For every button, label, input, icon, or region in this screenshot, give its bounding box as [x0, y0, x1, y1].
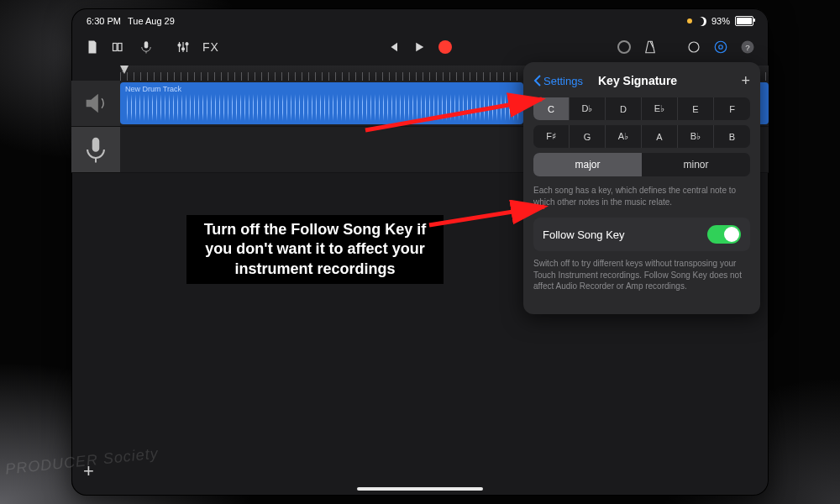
loop-browser-icon[interactable]	[686, 39, 701, 55]
svg-rect-0	[113, 44, 118, 51]
key-e[interactable]: E	[678, 97, 714, 120]
track-header-speaker[interactable]	[71, 81, 120, 127]
follow-help-text: Switch off to try different keys without…	[533, 258, 750, 292]
key-selector-row1: C D♭ D E♭ E F	[533, 97, 750, 120]
svg-point-7	[178, 44, 181, 46]
play-icon[interactable]	[412, 39, 427, 55]
key-a-flat[interactable]: A♭	[606, 125, 642, 148]
annotation-arrow-bottom	[427, 200, 553, 234]
record-button[interactable]	[438, 40, 452, 54]
track-controls-icon[interactable]	[176, 39, 191, 55]
annotation-caption: Turn off the Follow Song Key if you don'…	[186, 215, 444, 284]
key-e-flat[interactable]: E♭	[642, 97, 678, 120]
app-toolbar: FX ?	[71, 30, 769, 66]
status-time: 6:30 PM	[87, 16, 121, 26]
fx-button[interactable]: FX	[202, 40, 219, 54]
svg-point-13	[715, 41, 727, 53]
svg-point-12	[719, 45, 723, 50]
key-a[interactable]: A	[642, 125, 678, 148]
back-button[interactable]: Settings	[533, 75, 583, 87]
status-bar: 6:30 PM Tue Aug 29 93%	[71, 8, 769, 30]
mode-selector: major minor	[533, 153, 750, 176]
key-selector-row2: F♯ G A♭ A B♭ B	[533, 125, 750, 148]
metronome-icon[interactable]	[643, 39, 658, 55]
back-label: Settings	[543, 75, 583, 87]
svg-point-8	[182, 48, 185, 50]
bar-number: 1	[122, 66, 125, 74]
follow-song-key-label: Follow Song Key	[543, 228, 625, 241]
status-date: Tue Aug 29	[128, 16, 175, 26]
key-d-flat[interactable]: D♭	[570, 97, 606, 120]
key-b[interactable]: B	[714, 125, 750, 148]
track-header-mic[interactable]	[71, 127, 120, 173]
svg-text:?: ?	[745, 43, 750, 52]
go-to-beginning-icon[interactable]	[385, 39, 400, 55]
follow-song-key-toggle[interactable]	[707, 225, 741, 244]
key-f[interactable]: F	[714, 97, 750, 120]
key-d[interactable]: D	[606, 97, 642, 120]
svg-point-9	[186, 43, 188, 45]
svg-point-11	[689, 42, 699, 52]
battery-percent: 93%	[711, 16, 730, 26]
svg-line-18	[365, 99, 542, 130]
svg-rect-16	[92, 138, 100, 152]
mode-minor[interactable]: minor	[642, 153, 750, 176]
recording-indicator-icon	[687, 18, 692, 24]
settings-gear-icon[interactable]	[713, 39, 728, 55]
battery-icon	[735, 16, 753, 26]
popover-title: Key Signature	[588, 74, 737, 87]
help-icon[interactable]: ?	[740, 39, 755, 55]
home-indicator[interactable]	[357, 487, 483, 491]
svg-line-19	[429, 207, 544, 225]
key-g[interactable]: G	[570, 125, 606, 148]
do-not-disturb-icon	[697, 17, 706, 26]
mode-major[interactable]: major	[533, 153, 642, 176]
browser-toggle-icon[interactable]	[112, 39, 127, 55]
svg-rect-2	[144, 41, 149, 48]
add-icon[interactable]: +	[741, 72, 750, 90]
follow-song-key-row: Follow Song Key	[533, 218, 750, 251]
microphone-icon[interactable]	[139, 39, 154, 55]
key-signature-popover: Settings Key Signature + C D♭ D E♭ E F F…	[523, 62, 760, 314]
my-songs-icon[interactable]	[85, 39, 100, 55]
annotation-arrow-top	[361, 92, 554, 143]
key-b-flat[interactable]: B♭	[678, 125, 714, 148]
svg-rect-1	[118, 44, 123, 51]
master-volume-icon[interactable]	[617, 40, 631, 54]
key-help-text: Each song has a key, which defines the c…	[533, 185, 750, 207]
